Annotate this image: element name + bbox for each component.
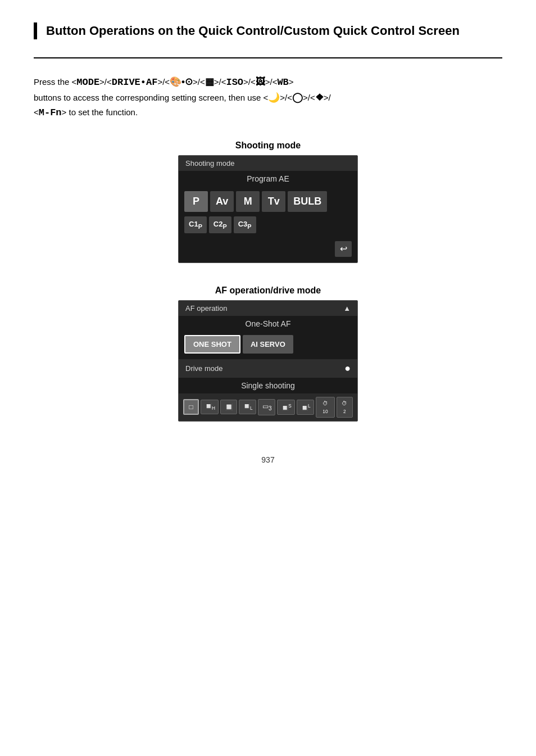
sm-mode-P[interactable]: P [184, 191, 208, 212]
drive-selected: Single shooting [179, 378, 357, 393]
af-header: AF operation ▲ [179, 301, 357, 316]
drive-icon-hi-l[interactable]: 🔲L [239, 400, 256, 414]
sm-modes-row2: C1P C2P C3P [179, 216, 357, 238]
drive-icon-hi-h[interactable]: 🔲H [201, 400, 219, 414]
drive-icon-silent-s[interactable]: 🔲S [277, 400, 295, 414]
intro-line2: buttons to access the corresponding sett… [34, 90, 502, 105]
drive-icon-timer-10[interactable]: ⏱10 [316, 397, 335, 418]
intro-line1: Press the <MODE>/<DRIVE•AF>/<🎨•⊙>/<▦>/<I… [34, 74, 502, 90]
sm-mode-BULB[interactable]: BULB [288, 191, 327, 212]
sm-modes-row1: P Av M Tv BULB [179, 187, 357, 216]
header-rule [34, 57, 502, 58]
sm-back-button[interactable]: ↩ [335, 241, 352, 257]
af-mode-one-shot[interactable]: ONE SHOT [184, 335, 240, 354]
shooting-mode-title: Shooting mode [235, 141, 301, 151]
sm-mode-C2[interactable]: C2P [209, 216, 231, 233]
af-modes-row: ONE SHOT AI SERVO [179, 332, 357, 359]
sm-mode-C3[interactable]: C3P [234, 216, 256, 233]
sm-mode-Tv[interactable]: Tv [262, 191, 285, 212]
af-section-title: AF operation/drive mode [215, 286, 321, 296]
af-panel: AF operation ▲ One-Shot AF ONE SHOT AI S… [178, 300, 358, 422]
af-label: AF operation [185, 304, 227, 313]
af-operation-section: AF operation/drive mode AF operation ▲ O… [34, 286, 502, 422]
sm-footer: ↩ [179, 238, 357, 262]
af-collapse-icon[interactable]: ▲ [343, 304, 351, 313]
drive-label: Drive mode [185, 364, 222, 373]
sm-mode-C1[interactable]: C1P [184, 216, 207, 233]
shooting-mode-panel: Shooting mode Program AE P Av M Tv BULB … [178, 155, 358, 263]
sm-panel-label: Shooting mode [179, 156, 357, 171]
page-number: 937 [34, 455, 502, 464]
page-title: Button Operations on the Quick Control/C… [46, 22, 502, 39]
drive-icon-single[interactable]: □ [183, 399, 199, 415]
drive-dot-icon: ● [344, 363, 351, 374]
drive-icon-hi[interactable]: 🔲 [220, 400, 237, 414]
drive-icons-row: □ 🔲H 🔲 🔲L ▭3 🔲S 🔲L ⏱10 ⏱2 [179, 393, 357, 421]
drive-header: Drive mode ● [179, 359, 357, 378]
sm-mode-Av[interactable]: Av [210, 191, 234, 212]
shooting-mode-section: Shooting mode Shooting mode Program AE P… [34, 141, 502, 263]
sm-mode-M[interactable]: M [236, 191, 260, 212]
drive-icon-timer-2[interactable]: ⏱2 [337, 397, 353, 418]
drive-icon-c3[interactable]: ▭3 [258, 399, 275, 415]
intro-line3: <M-Fn> to set the function. [34, 105, 502, 120]
intro-text: Press the <MODE>/<DRIVE•AF>/<🎨•⊙>/<▦>/<I… [34, 74, 502, 121]
sm-selected-label: Program AE [179, 171, 357, 187]
af-selected: One-Shot AF [179, 316, 357, 332]
af-mode-ai-servo[interactable]: AI SERVO [243, 335, 293, 354]
drive-icon-silent-l[interactable]: 🔲L [297, 400, 314, 414]
page-header: Button Operations on the Quick Control/C… [34, 22, 502, 39]
